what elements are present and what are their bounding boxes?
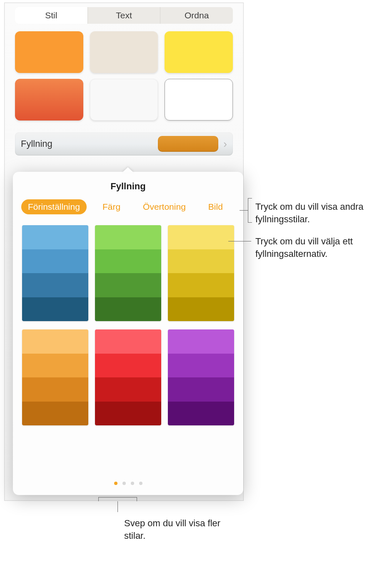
preset-band (95, 297, 161, 322)
format-tabs: Stil Text Ordna (15, 7, 233, 24)
preset-band (95, 273, 161, 297)
preset-band (95, 377, 161, 402)
preset-band (95, 354, 161, 378)
preset-band (22, 225, 88, 249)
callout-fill-option: Tryck om du vill välja ett fyllningsalte… (255, 235, 364, 260)
page-dot[interactable] (122, 482, 126, 485)
callout-swipe: Svep om du vill visa fler stilar. (124, 517, 241, 542)
page-indicator[interactable] (13, 482, 243, 485)
style-preset[interactable] (90, 31, 158, 73)
callout-text: Tryck om du vill välja ett fyllningsalte… (255, 236, 353, 259)
popover-arrow (122, 167, 134, 173)
preset-grid (22, 225, 234, 425)
preset-band (22, 402, 88, 426)
fill-preset[interactable] (22, 329, 88, 425)
popover-title: Fyllning (13, 172, 243, 199)
tab-arrange[interactable]: Ordna (160, 7, 233, 24)
preset-band (95, 402, 161, 426)
preset-band (168, 329, 234, 354)
fill-preset[interactable] (95, 225, 161, 321)
fill-tab-gradient[interactable]: Övertoning (136, 199, 192, 214)
callout-fill-tabs: Tryck om du vill visa andra fyllningssti… (255, 201, 372, 225)
tab-text[interactable]: Text (88, 7, 161, 24)
style-preset[interactable] (15, 31, 83, 73)
fill-preset[interactable] (168, 225, 234, 321)
preset-band (168, 402, 234, 426)
style-preset[interactable] (15, 79, 83, 121)
preset-band (168, 249, 234, 274)
fill-popover: Fyllning Förinställning Färg Övertoning … (13, 172, 243, 495)
format-panel: Stil Text Ordna Fyllning › Fyllning Föri… (4, 3, 244, 501)
preset-band (168, 297, 234, 322)
preset-band (22, 273, 88, 297)
preset-band (95, 225, 161, 249)
fill-preset[interactable] (95, 329, 161, 425)
fill-type-tabs: Förinställning Färg Övertoning Bild (13, 199, 243, 223)
preset-band (168, 354, 234, 378)
style-preset[interactable] (165, 79, 233, 121)
preset-band (22, 354, 88, 378)
fill-row[interactable]: Fyllning › (15, 132, 233, 156)
preset-band (22, 377, 88, 402)
preset-band (95, 249, 161, 274)
page-dot[interactable] (114, 482, 117, 485)
fill-preset[interactable] (22, 225, 88, 321)
page-dot[interactable] (139, 482, 142, 485)
preset-band (168, 273, 234, 297)
preset-band (22, 249, 88, 274)
style-preset[interactable] (165, 31, 233, 73)
chevron-right-icon: › (223, 138, 227, 151)
current-fill-swatch[interactable] (158, 136, 218, 152)
fill-tab-preset[interactable]: Förinställning (21, 199, 87, 214)
fill-label: Fyllning (21, 138, 158, 149)
fill-tab-color[interactable]: Färg (96, 199, 127, 214)
fill-preset[interactable] (168, 329, 234, 425)
fill-tab-image[interactable]: Bild (202, 199, 230, 214)
preset-band (95, 329, 161, 354)
preset-band (22, 297, 88, 322)
page-dot[interactable] (131, 482, 134, 485)
tab-style[interactable]: Stil (15, 7, 88, 24)
style-preset[interactable] (90, 79, 158, 121)
preset-band (168, 377, 234, 402)
preset-band (168, 225, 234, 249)
callout-text: Svep om du vill visa fler stilar. (124, 518, 220, 541)
callout-text: Tryck om du vill visa andra fyllningssti… (255, 201, 364, 224)
preset-band (22, 329, 88, 354)
style-presets (15, 31, 233, 121)
